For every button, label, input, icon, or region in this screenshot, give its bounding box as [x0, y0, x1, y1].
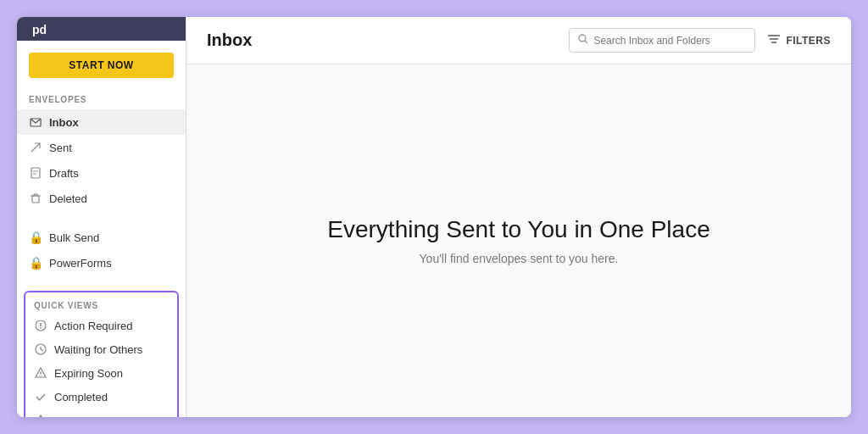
expiring-soon-label: Expiring Soon — [54, 367, 123, 380]
sidebar-item-deleted[interactable]: Deleted — [17, 186, 186, 211]
search-icon — [578, 34, 588, 47]
app-window: pd START NOW ENVELOPES Inbox Se — [17, 17, 851, 417]
sidebar-item-auth-failed[interactable]: Authentication Failed — [25, 409, 177, 417]
completed-label: Completed — [54, 391, 108, 403]
svg-text:pd: pd — [32, 23, 47, 36]
search-box[interactable] — [569, 28, 755, 53]
sidebar-item-completed[interactable]: Completed — [25, 385, 177, 409]
svg-point-20 — [40, 375, 41, 376]
main-content: Inbox — [186, 17, 851, 417]
main-body: Everything Sent to You in One Place You'… — [186, 64, 851, 417]
pandadoc-logo-icon: pd — [29, 17, 53, 41]
sidebar-bulk-send-label: Bulk Send — [49, 231, 99, 244]
action-required-label: Action Required — [54, 320, 133, 332]
svg-point-14 — [40, 327, 42, 329]
completed-icon — [34, 390, 47, 403]
sidebar-item-sent[interactable]: Sent — [17, 135, 186, 160]
sidebar-inbox-label: Inbox — [49, 116, 79, 129]
start-now-button[interactable]: START NOW — [29, 53, 174, 78]
lock-icon-bulk: 🔒 — [29, 231, 42, 244]
sidebar-item-bulk-send[interactable]: 🔒 Bulk Send — [17, 225, 186, 250]
svg-line-17 — [41, 349, 43, 351]
sent-icon — [29, 141, 42, 154]
filters-button[interactable]: FILTERS — [767, 33, 831, 47]
sidebar-sent-label: Sent — [49, 142, 72, 154]
sidebar-deleted-label: Deleted — [49, 192, 87, 205]
sidebar-item-expiring-soon[interactable]: Expiring Soon — [25, 361, 177, 385]
sidebar-powerforms-label: PowerForms — [49, 257, 112, 270]
svg-rect-7 — [32, 196, 39, 203]
sidebar-item-powerforms[interactable]: 🔒 PowerForms — [17, 250, 186, 275]
empty-state-subtitle: You'll find envelopes sent to you here. — [420, 252, 619, 265]
quick-views-label: QUICK VIEWS — [25, 296, 177, 314]
search-input[interactable] — [593, 35, 746, 47]
empty-state-title: Everything Sent to You in One Place — [327, 216, 709, 243]
waiting-icon — [34, 342, 47, 356]
drafts-icon — [29, 166, 42, 180]
sidebar-item-inbox[interactable]: Inbox — [17, 109, 186, 135]
lock-icon-powerforms: 🔒 — [29, 256, 42, 270]
quick-views-section: QUICK VIEWS Action Required — [24, 291, 179, 417]
expiring-icon — [34, 366, 47, 380]
action-required-icon — [34, 319, 47, 332]
filter-lines-icon — [767, 33, 781, 47]
inbox-icon — [29, 115, 42, 129]
page-title: Inbox — [207, 31, 252, 50]
sidebar-item-drafts[interactable]: Drafts — [17, 160, 186, 186]
sidebar-drafts-label: Drafts — [49, 167, 79, 180]
svg-line-25 — [585, 41, 587, 43]
filters-label: FILTERS — [786, 35, 831, 47]
svg-marker-21 — [36, 415, 46, 417]
header-right: FILTERS — [569, 28, 831, 53]
sidebar-item-waiting-others[interactable]: Waiting for Others — [25, 337, 177, 361]
sidebar-logo: pd — [17, 17, 186, 41]
waiting-others-label: Waiting for Others — [54, 343, 142, 356]
trash-icon — [29, 192, 42, 205]
envelopes-section-label: ENVELOPES — [17, 86, 186, 109]
sidebar-item-action-required[interactable]: Action Required — [25, 314, 177, 337]
svg-rect-4 — [31, 168, 40, 178]
svg-point-24 — [579, 35, 586, 42]
auth-failed-label: Authentication Failed — [54, 415, 157, 418]
sidebar: pd START NOW ENVELOPES Inbox Se — [17, 17, 186, 417]
main-header: Inbox — [186, 17, 851, 64]
svg-line-3 — [31, 143, 40, 152]
auth-failed-icon — [34, 414, 47, 417]
